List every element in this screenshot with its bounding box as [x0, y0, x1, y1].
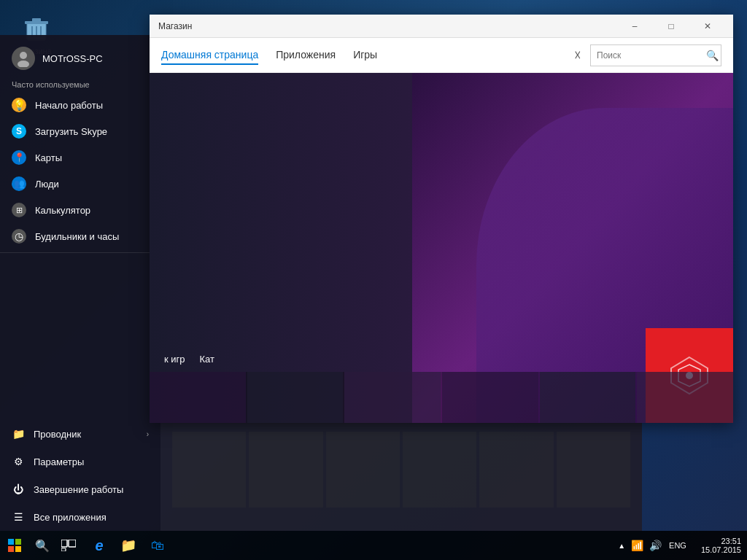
nav-search-area: ☓ 🔍: [574, 44, 721, 66]
sidebar-item-start[interactable]: 💡 Начало работы: [0, 92, 160, 118]
nav-home[interactable]: Домашняя страница: [161, 46, 258, 65]
explorer-label: Проводник: [34, 429, 81, 440]
clock-time: 23:51: [721, 537, 741, 545]
tray-volume-icon[interactable]: 🔊: [648, 538, 663, 553]
skype-icon: S: [12, 124, 26, 139]
start-item-label: Загрузить Skype: [35, 126, 107, 137]
start-icon: 💡: [12, 98, 26, 112]
svg-rect-25: [61, 548, 66, 551]
cat-games[interactable]: к игр: [164, 354, 185, 365]
start-bottom-items: 📁 Проводник › ⚙ Параметры ⏻ Завершение р…: [0, 420, 160, 531]
taskbar-explorer-icon[interactable]: 📁: [114, 531, 143, 560]
svg-rect-2: [32, 18, 41, 22]
minimize-button[interactable]: –: [618, 15, 651, 38]
taskbar-tray: ▲ 📶 🔊 ENG: [611, 531, 695, 560]
task-view-button[interactable]: [55, 531, 82, 560]
explorer-icon: 📁: [12, 427, 25, 440]
store-navbar: Домашняя страница Приложения Игры ☓ 🔍: [150, 38, 733, 73]
frequent-label: Часто используемые: [0, 76, 160, 92]
nav-games[interactable]: Игры: [353, 46, 377, 65]
tiles-bottom-area: [160, 429, 642, 531]
start-item-label: Карты: [35, 152, 62, 163]
shutdown-label: Завершение работы: [34, 484, 123, 495]
start-menu: MOTrOSS-PC Часто используемые 💡 Начало р…: [0, 35, 160, 531]
store-content: к игр Кат Показать все: [150, 73, 733, 423]
tray-lang[interactable]: ENG: [666, 541, 689, 550]
tray-network-icon[interactable]: 📶: [630, 538, 645, 553]
shutdown-icon: ⏻: [12, 483, 25, 496]
sidebar-item-calc[interactable]: ⊞ Калькулятор: [0, 197, 160, 223]
svg-rect-19: [8, 539, 14, 545]
taskbar-edge-icon[interactable]: e: [85, 531, 114, 560]
svg-rect-22: [15, 546, 21, 552]
sidebar-item-explorer[interactable]: 📁 Проводник ›: [0, 420, 160, 448]
taskbar-clock[interactable]: 23:51 15.07.2015: [695, 535, 747, 556]
window-controls: – □ ✕: [618, 15, 724, 38]
taskbar-apps: e 📁 🛍: [82, 531, 611, 560]
start-item-label: Начало работы: [35, 100, 103, 111]
nav-apps[interactable]: Приложения: [276, 46, 336, 65]
start-item-label: Люди: [35, 179, 59, 190]
search-input[interactable]: [597, 50, 706, 61]
store-window: Магазин – □ ✕ Домашняя страница Приложен…: [150, 15, 733, 423]
all-apps-label: Все приложения: [34, 512, 107, 523]
svg-rect-24: [69, 540, 76, 547]
sidebar-item-maps[interactable]: 📍 Карты: [0, 144, 160, 171]
maps-icon: 📍: [12, 150, 26, 165]
sidebar-item-shutdown[interactable]: ⏻ Завершение работы: [0, 475, 160, 503]
start-user[interactable]: MOTrOSS-PC: [0, 35, 160, 76]
taskbar-store-icon[interactable]: 🛍: [143, 531, 172, 560]
store-titlebar: Магазин – □ ✕: [150, 15, 733, 38]
start-item-label: Калькулятор: [35, 205, 90, 216]
start-item-label: Будильники и часы: [35, 231, 119, 242]
all-apps-icon: ☰: [12, 510, 25, 524]
explorer-arrow: ›: [147, 430, 149, 438]
start-divider: [0, 252, 160, 253]
user-avatar: [12, 47, 35, 70]
svg-rect-21: [8, 546, 14, 552]
cat-other[interactable]: Кат: [200, 354, 214, 365]
store-bottom-strip: [150, 372, 733, 423]
search-icon[interactable]: 🔍: [706, 50, 719, 61]
close-button[interactable]: ✕: [691, 15, 724, 38]
store-category-nav: к игр Кат: [164, 354, 214, 365]
sidebar-item-skype[interactable]: S Загрузить Skype: [0, 118, 160, 144]
alarms-icon: ◷: [12, 229, 26, 244]
maximize-button[interactable]: □: [654, 15, 688, 38]
settings-icon: ⚙: [12, 455, 25, 468]
svg-rect-20: [15, 539, 21, 545]
taskbar-search[interactable]: 🔍: [29, 531, 55, 560]
svg-rect-23: [61, 540, 67, 547]
username: MOTrOSS-PC: [42, 53, 103, 64]
sidebar-item-settings[interactable]: ⚙ Параметры: [0, 448, 160, 475]
sidebar-item-alarms[interactable]: ◷ Будильники и часы: [0, 223, 160, 249]
clock-date: 15.07.2015: [701, 545, 741, 554]
svg-point-10: [18, 61, 29, 67]
sidebar-item-people[interactable]: 👥 Люди: [0, 171, 160, 197]
calc-icon: ⊞: [12, 203, 26, 217]
store-hero: к игр Кат Показать все: [150, 73, 733, 423]
taskbar: 🔍 e 📁 🛍 ▲ 📶: [0, 531, 747, 560]
tray-up-arrow[interactable]: ▲: [616, 540, 627, 551]
search-box: 🔍: [590, 44, 721, 66]
svg-point-9: [20, 52, 27, 59]
people-icon: 👥: [12, 176, 26, 191]
settings-label: Параметры: [34, 456, 84, 467]
desktop: Корзина Магазин – □ ✕ Домашняя страница …: [0, 0, 747, 560]
sidebar-item-all-apps[interactable]: ☰ Все приложения: [0, 503, 160, 531]
store-title: Магазин: [158, 21, 618, 31]
user-icon[interactable]: ☓: [574, 47, 581, 63]
start-button[interactable]: [0, 531, 29, 560]
